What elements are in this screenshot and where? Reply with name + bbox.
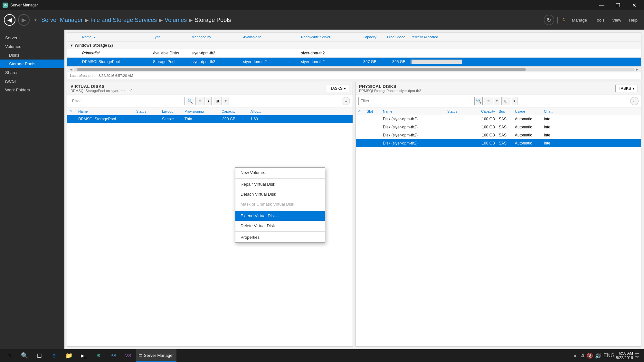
vdisk-row[interactable]: DPMSQLStoragePool Simple Thin 390 GB 1.6… [67, 115, 353, 123]
pdisk-tasks-button[interactable]: TASKS ▾ [615, 85, 638, 92]
sidebar-item-shares[interactable]: Shares [0, 68, 64, 77]
close-button[interactable]: ✕ [627, 0, 641, 10]
taskbar-explorer[interactable]: 📁 [62, 349, 76, 362]
vdisk-filter-input[interactable] [70, 97, 185, 105]
ctx-repair-vdisk[interactable]: Repair Virtual Disk [235, 179, 325, 189]
pdisk-view-dropdown[interactable]: ▾ [494, 97, 500, 105]
taskbar-active-app[interactable]: 🗔 Server Manager [136, 349, 176, 362]
sidebar-item-work-folders[interactable]: Work Folders [0, 86, 64, 94]
pdisk-grid-dropdown[interactable]: ▾ [512, 97, 517, 105]
ctx-detach-vdisk[interactable]: Detach Virtual Disk [235, 189, 325, 199]
pdisk-expand-button[interactable]: ⌄ [630, 97, 639, 105]
eng-label[interactable]: ENG [603, 353, 615, 358]
taskbar-cmd[interactable]: ▶_ [77, 349, 91, 362]
scroll-right[interactable]: ▶ [635, 68, 640, 71]
pdisk-th-name[interactable]: Name [381, 108, 445, 114]
taskbar-search[interactable]: 🔍 [17, 349, 32, 362]
sidebar-item-disks[interactable]: Disks [0, 51, 64, 60]
forward-button[interactable]: ▶ [18, 14, 30, 26]
th-freespace[interactable]: Free Space [379, 34, 408, 40]
pdisk-th-bus[interactable]: Bus [497, 108, 513, 114]
vdisk-tasks-button[interactable]: TASKS ▾ [327, 85, 349, 92]
app-icon: SM [3, 3, 8, 8]
vdisk-grid-dropdown[interactable]: ▾ [223, 97, 229, 105]
vdisk-th-provisioning[interactable]: Provisioning [183, 108, 212, 114]
table-row-selected[interactable]: DPMSQLStoragePool Storage Pool siyer-dpm… [67, 58, 641, 66]
pdisk-grid-icon[interactable]: ⊞ [501, 97, 510, 105]
vdisk-search-button[interactable]: 🔍 [186, 97, 194, 105]
start-button[interactable]: ⊞ [1, 349, 17, 362]
taskbar-ie[interactable]: e [47, 349, 61, 362]
breadcrumb-server-manager[interactable]: Server Manager [41, 17, 83, 23]
sidebar-item-volumes[interactable]: Volumes [0, 42, 64, 51]
vdisk-th-alloc[interactable]: Alloc... [237, 108, 263, 114]
refresh-button[interactable]: ↻ [544, 15, 554, 25]
th-capacity[interactable]: Capacity [350, 34, 379, 40]
th-managed[interactable]: Managed by [189, 34, 241, 40]
breadcrumb-volumes[interactable]: Volumes [165, 17, 187, 23]
flag-icon[interactable]: 🏳 [561, 17, 567, 23]
th-type[interactable]: Type [150, 34, 189, 40]
section-expand-icon[interactable]: ▼ [70, 43, 73, 47]
vdisk-th-capacity[interactable]: Capacity [212, 108, 237, 114]
pdisk-th-chassis[interactable]: Cha... [542, 108, 558, 114]
scroll-track[interactable] [74, 68, 635, 71]
notification-icon[interactable]: 🗨 [634, 352, 640, 359]
clock-time: 6:58 AM [616, 351, 633, 356]
nav-dropdown[interactable]: ▾ [32, 14, 39, 26]
td-freespace: 395 GB [379, 59, 408, 65]
ctx-properties[interactable]: Properties [235, 232, 325, 242]
taskbar-clock[interactable]: 6:58 AM 8/22/2016 [616, 351, 633, 360]
sidebar-item-iscsi[interactable]: iSCSI [0, 77, 64, 86]
th-percent[interactable]: Percent Allocated [408, 34, 466, 40]
maximize-button[interactable]: ❐ [611, 0, 625, 10]
vdisk-th-layout[interactable]: Layout [160, 108, 183, 114]
taskbar-vs[interactable]: VS [121, 349, 135, 362]
pdisk-row[interactable]: Disk (siyer-dpm-th2) 100 GB SAS Automati… [356, 123, 641, 131]
taskbar-ps[interactable]: PS [106, 349, 120, 362]
th-available[interactable]: Available to [241, 34, 298, 40]
pdisk-th-usage[interactable]: Usage [513, 108, 542, 114]
pdisk-search-button[interactable]: 🔍 [474, 97, 483, 105]
tools-button[interactable]: Tools [592, 16, 607, 24]
vdisk-title: VIRTUAL DISKS [71, 84, 133, 89]
vdisk-view-icon[interactable]: ≡ [195, 97, 204, 105]
pdisk-row[interactable]: Disk (siyer-dpm-th2) 100 GB SAS Automati… [356, 131, 641, 139]
th-name[interactable]: Name ▲ [80, 34, 150, 40]
view-button[interactable]: View [610, 16, 624, 24]
horizontal-scrollbar[interactable]: ◀ ▶ [67, 66, 641, 72]
network-icon[interactable]: 🖥 [580, 353, 585, 358]
vdisk-expand-button[interactable]: ⌄ [342, 97, 350, 105]
pdisk-view-icon[interactable]: ≡ [484, 97, 493, 105]
taskbar-server-mgr[interactable]: ⚙ [91, 349, 106, 362]
vdisk-th-status[interactable]: Status [134, 108, 160, 114]
vdisk-view-dropdown[interactable]: ▾ [206, 97, 212, 105]
th-rw-server[interactable]: Read-Write Server [298, 34, 350, 40]
help-button[interactable]: Help [626, 16, 640, 24]
pdisk-th-capacity[interactable]: Capacity [471, 108, 497, 114]
pdisk-row[interactable]: Disk (siyer-dpm-th2) 100 GB SAS Automati… [356, 115, 641, 123]
pdisk-labels: PHYSICAL DISKS DPMSQLStoragePool on siye… [359, 84, 421, 93]
taskbar-task-view[interactable]: ❑ [32, 349, 46, 362]
sidebar-item-storage-pools[interactable]: Storage Pools [0, 60, 64, 68]
breadcrumb-file-storage[interactable]: File and Storage Services [90, 17, 157, 23]
speaker-icon[interactable]: 🔊 [595, 353, 601, 359]
vdisk-th-name[interactable]: Name [76, 108, 134, 114]
sidebar-item-servers[interactable]: Servers [0, 33, 64, 42]
pdisk-th-status[interactable]: Status [445, 108, 471, 114]
vdisk-grid-icon[interactable]: ⊞ [213, 97, 222, 105]
pdisk-th-slot[interactable]: Slot [365, 108, 381, 114]
ctx-extend-vdisk[interactable]: Extend Virtual Disk... [235, 211, 325, 221]
manage-button[interactable]: Manage [569, 16, 590, 24]
pdisk-row-selected[interactable]: Disk (siyer-dpm-th2) 100 GB SAS Automati… [356, 139, 641, 147]
volume-icon[interactable]: 🔇 [587, 353, 593, 359]
ctx-new-volume[interactable]: New Volume... [235, 168, 325, 178]
minimize-button[interactable]: — [594, 0, 609, 10]
table-row[interactable]: Primordial Available Disks siyer-dpm-th2… [67, 49, 641, 58]
ctx-delete-vdisk[interactable]: Delete Virtual Disk [235, 221, 325, 231]
back-button[interactable]: ◀ [4, 14, 15, 26]
show-hidden-icon[interactable]: ▲ [573, 353, 578, 358]
scroll-thumb[interactable] [77, 68, 526, 71]
scroll-left[interactable]: ◀ [69, 68, 74, 71]
pdisk-filter-input[interactable] [358, 97, 473, 105]
